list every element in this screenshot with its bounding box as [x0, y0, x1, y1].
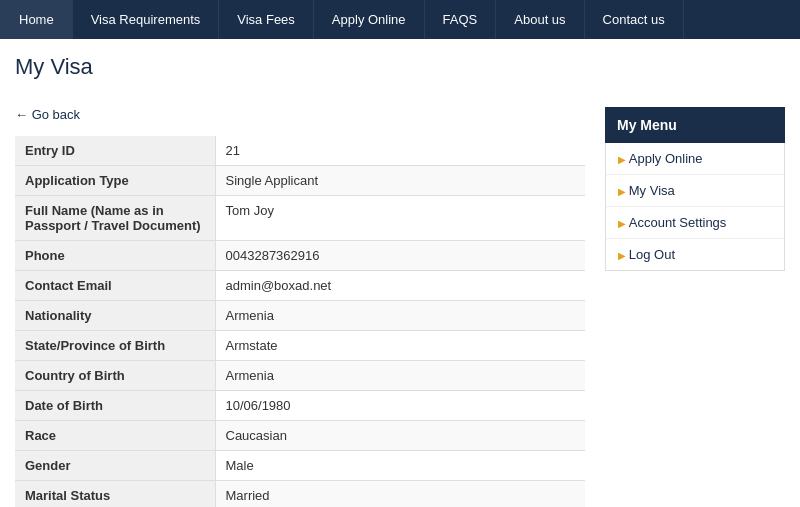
go-back-link[interactable]: Go back	[15, 107, 80, 122]
field-value: 10/06/1980	[215, 391, 585, 421]
field-label: Full Name (Name as in Passport / Travel …	[15, 196, 215, 241]
table-row: Date of Birth10/06/1980	[15, 391, 585, 421]
nav-item-visa-requirements[interactable]: Visa Requirements	[73, 0, 220, 39]
field-label: Gender	[15, 451, 215, 481]
nav-item-home[interactable]: Home	[0, 0, 73, 39]
field-value: Married	[215, 481, 585, 508]
go-back[interactable]: Go back	[15, 107, 585, 122]
table-row: Country of BirthArmenia	[15, 361, 585, 391]
field-value: 21	[215, 136, 585, 166]
nav-item-about-us[interactable]: About us	[496, 0, 584, 39]
field-label: Entry ID	[15, 136, 215, 166]
field-value: Caucasian	[215, 421, 585, 451]
field-value: Armstate	[215, 331, 585, 361]
field-value: admin@boxad.net	[215, 271, 585, 301]
page-header: My Visa	[0, 39, 800, 80]
table-row: NationalityArmenia	[15, 301, 585, 331]
field-label: Country of Birth	[15, 361, 215, 391]
table-row: Application TypeSingle Applicant	[15, 166, 585, 196]
table-row: Entry ID21	[15, 136, 585, 166]
field-value: Male	[215, 451, 585, 481]
table-row: Marital StatusMarried	[15, 481, 585, 508]
main-nav: HomeVisa RequirementsVisa FeesApply Onli…	[0, 0, 800, 39]
table-row: GenderMale	[15, 451, 585, 481]
sidebar-menu: Apply OnlineMy VisaAccount SettingsLog O…	[605, 143, 785, 271]
field-value: Single Applicant	[215, 166, 585, 196]
field-label: Phone	[15, 241, 215, 271]
field-label: Marital Status	[15, 481, 215, 508]
nav-item-apply-online[interactable]: Apply Online	[314, 0, 425, 39]
field-label: Application Type	[15, 166, 215, 196]
table-row: RaceCaucasian	[15, 421, 585, 451]
table-row: Phone0043287362916	[15, 241, 585, 271]
field-label: Nationality	[15, 301, 215, 331]
table-row: State/Province of BirthArmstate	[15, 331, 585, 361]
main-content: Go back Entry ID21Application TypeSingle…	[15, 107, 585, 507]
info-table: Entry ID21Application TypeSingle Applica…	[15, 136, 585, 507]
field-value: Armenia	[215, 361, 585, 391]
sidebar-menu-item-log-out[interactable]: Log Out	[606, 239, 784, 270]
nav-item-visa-fees[interactable]: Visa Fees	[219, 0, 314, 39]
sidebar-title: My Menu	[605, 107, 785, 143]
field-label: State/Province of Birth	[15, 331, 215, 361]
field-label: Date of Birth	[15, 391, 215, 421]
field-value: Tom Joy	[215, 196, 585, 241]
field-value: 0043287362916	[215, 241, 585, 271]
field-label: Contact Email	[15, 271, 215, 301]
field-value: Armenia	[215, 301, 585, 331]
sidebar-menu-item-my-visa[interactable]: My Visa	[606, 175, 784, 207]
page-title: My Visa	[15, 54, 785, 80]
sidebar: My Menu Apply OnlineMy VisaAccount Setti…	[605, 107, 785, 507]
field-label: Race	[15, 421, 215, 451]
sidebar-menu-item-apply-online[interactable]: Apply Online	[606, 143, 784, 175]
table-row: Full Name (Name as in Passport / Travel …	[15, 196, 585, 241]
nav-item-contact-us[interactable]: Contact us	[585, 0, 684, 39]
table-row: Contact Emailadmin@boxad.net	[15, 271, 585, 301]
sidebar-menu-item-account-settings[interactable]: Account Settings	[606, 207, 784, 239]
nav-item-faqs[interactable]: FAQS	[425, 0, 497, 39]
